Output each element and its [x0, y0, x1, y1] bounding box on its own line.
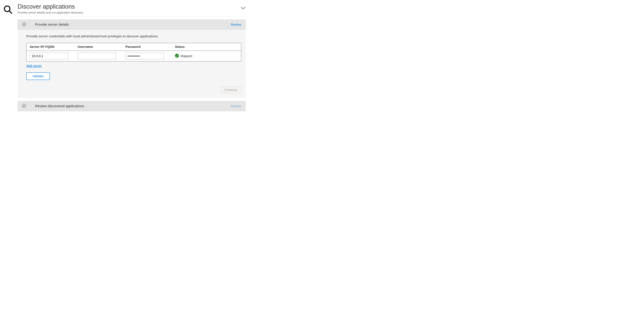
- table-header-row: Server IP/ FQDN Username Password Status: [26, 43, 241, 51]
- username-input[interactable]: [78, 53, 116, 59]
- section-header-review-apps: Review discovered applications Review: [18, 101, 246, 112]
- svg-point-0: [4, 6, 10, 12]
- continue-button[interactable]: Continue: [220, 86, 241, 94]
- password-input[interactable]: [126, 53, 164, 59]
- add-server-link[interactable]: Add server: [26, 64, 42, 68]
- status-success-icon: [175, 54, 179, 58]
- review-link-review-apps[interactable]: Review: [231, 104, 241, 108]
- svg-line-1: [9, 11, 12, 14]
- table-header-server: Server IP/ FQDN: [30, 45, 78, 49]
- section-header-server-details: Provide server details Review: [18, 19, 246, 30]
- search-icon-container: [3, 3, 13, 112]
- table-header-status: Status: [175, 45, 238, 49]
- section-body-server-details: Provide server credentials with local ad…: [18, 30, 246, 98]
- check-circle-icon: [22, 22, 26, 27]
- table-header-password: Password: [126, 45, 175, 49]
- section-title-server-details: Provide server details: [35, 22, 69, 27]
- search-icon: [3, 12, 13, 15]
- divider: [18, 16, 246, 16]
- svg-point-4: [22, 104, 26, 108]
- page-title: Discover applications: [18, 3, 83, 10]
- validate-button[interactable]: Validate: [26, 72, 50, 80]
- review-link-server-details[interactable]: Review: [231, 23, 241, 26]
- section-title-review-apps: Review discovered applications: [35, 104, 84, 108]
- status-text: Mapped: [181, 54, 192, 58]
- svg-point-2: [22, 22, 26, 26]
- svg-point-3: [175, 54, 179, 58]
- table-row: Mapped: [26, 51, 241, 61]
- server-ip-input[interactable]: [30, 53, 68, 59]
- check-circle-icon: [22, 104, 26, 108]
- server-table: Server IP/ FQDN Username Password Status: [26, 43, 241, 62]
- description-text: Provide server credentials with local ad…: [26, 34, 241, 38]
- table-header-username: Username: [78, 45, 126, 49]
- page-subtitle: Provide server details and run applicati…: [18, 11, 83, 14]
- chevron-down-icon[interactable]: [240, 3, 246, 10]
